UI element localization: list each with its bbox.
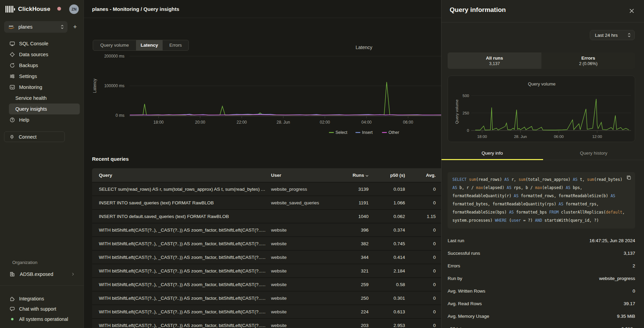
data-sources-icon <box>10 52 15 57</box>
cell-p50: 0.018 <box>373 187 410 192</box>
close-panel-button[interactable] <box>628 7 636 15</box>
cell-avg: 0 <box>410 309 440 314</box>
clickhouse-logo[interactable]: ClickHouse <box>5 4 50 14</box>
metric-tabs: Query volumeLatencyErrors <box>93 40 189 51</box>
cell-query: WITH bitShiftLeft(CAST(?..), _CAST(?..))… <box>99 282 271 287</box>
column-header-p50-s: p50 (s) <box>373 173 410 178</box>
sidebar: ClickHouse ZN aws planes + SQL ConsoleDa… <box>0 0 84 328</box>
svg-text:12:00: 12:00 <box>592 135 602 139</box>
sidebar-nav: SQL ConsoleData sourcesBackupsSettingsMo… <box>9 38 80 125</box>
cell-query: WITH bitShiftLeft(CAST(?..), _CAST(?..))… <box>99 309 271 314</box>
sidebar-item-help[interactable]: Help <box>9 114 80 125</box>
sidebar-item-settings[interactable]: Settings <box>9 71 80 82</box>
svg-text:28. Jun: 28. Jun <box>514 135 527 139</box>
cell-runs: 250 <box>332 296 373 301</box>
svg-text:Insert: Insert <box>362 130 373 135</box>
service-selector[interactable]: aws planes <box>4 21 68 33</box>
stat-row-p50-latency: p50 latency0.018s <box>448 323 635 328</box>
status-dot-icon <box>10 316 15 322</box>
cell-runs: 1191 <box>332 200 373 205</box>
svg-text:06:00: 06:00 <box>403 120 413 125</box>
column-header-user: User <box>271 173 332 178</box>
sidebar-item-data-sources[interactable]: Data sources <box>9 49 80 60</box>
cell-avg: 0 <box>410 228 440 233</box>
cell-query: WITH bitShiftLeft(CAST(?..), _CAST(?..))… <box>99 241 271 246</box>
svg-text:250: 250 <box>463 111 469 115</box>
cell-runs: 259 <box>332 282 373 287</box>
monitoring-icon <box>10 84 15 90</box>
chevron-right-icon <box>71 272 75 276</box>
tab-errors[interactable]: Errors <box>163 40 189 50</box>
settings-icon <box>10 74 15 79</box>
cell-avg: 0 <box>410 268 440 274</box>
cell-avg: 0 <box>410 200 440 205</box>
panel-title: Query information <box>450 6 506 14</box>
sidebar-item-chat-with-support[interactable]: Chat with support <box>9 304 80 314</box>
sidebar-item-sql-console[interactable]: SQL Console <box>9 38 80 49</box>
runs-errors-toggle: All runs 3,137 Errors 2 (0.06%) <box>448 52 635 69</box>
help-icon <box>10 117 15 123</box>
svg-text:18:00: 18:00 <box>153 120 164 125</box>
organization-section-label: Organization <box>12 260 38 265</box>
cell-p50: 0.301 <box>373 296 410 301</box>
cell-query: WITH bitShiftLeft(CAST(?..), _CAST(?..))… <box>99 296 271 301</box>
cell-avg: 0 <box>410 241 440 246</box>
cell-user: website <box>271 255 332 260</box>
svg-text:200000 ms: 200000 ms <box>104 54 124 59</box>
stat-row-avg-memory-usage: Avg. Memory Usage9.35 MiB <box>448 310 635 323</box>
sidebar-item-service-health[interactable]: Service health <box>9 93 80 104</box>
cell-p50: 0.745 <box>373 241 410 246</box>
cell-query: WITH bitShiftLeft(CAST(?..), _CAST(?..))… <box>99 268 271 274</box>
console-icon <box>10 41 15 46</box>
cell-avg: 0 <box>410 282 440 287</box>
svg-text:aws: aws <box>9 25 13 27</box>
sql-code-block: SELECT sum(read_rows) AS r, sum(total_ro… <box>448 172 635 229</box>
service-name: planes <box>18 24 60 30</box>
svg-text:500: 500 <box>463 94 469 98</box>
organization-item[interactable]: ADSB.exposed <box>9 269 75 279</box>
cell-query: SELECT sum(read_rows) AS r, sum(total_ro… <box>99 187 271 192</box>
sidebar-item-monitoring[interactable]: Monitoring <box>9 82 80 93</box>
cell-p50: 2.184 <box>373 268 410 274</box>
stat-row-avg-written-rows: Avg. Written Rows0 <box>448 285 635 297</box>
svg-text:06:00: 06:00 <box>554 135 564 139</box>
cell-user: website <box>271 296 332 301</box>
cell-runs: 321 <box>332 268 373 274</box>
svg-text:Select: Select <box>335 130 347 135</box>
column-header-query: Query <box>99 173 271 178</box>
sidebar-item-integrations[interactable]: Integrations <box>9 294 80 304</box>
breadcrumb: planes - Monitoring / Query insights <box>92 0 179 18</box>
backups-icon <box>10 63 15 68</box>
panel-tab-query-history[interactable]: Query history <box>543 149 644 160</box>
sidebar-item-backups[interactable]: Backups <box>9 60 80 71</box>
time-range-select[interactable]: Last 24 hrs <box>590 30 635 40</box>
all-runs-toggle[interactable]: All runs 3,137 <box>448 52 541 69</box>
copy-button[interactable] <box>626 175 632 181</box>
column-header-runs[interactable]: Runs <box>332 173 373 178</box>
cell-p50: 0.374 <box>373 228 410 233</box>
cell-user: website <box>271 282 332 287</box>
connect-button[interactable]: Connect <box>4 131 65 142</box>
stat-row-avg-read-rows: Avg. Read Rows39.17 <box>448 297 635 310</box>
cell-query: WITH bitShiftLeft(CAST(?..), _CAST(?..))… <box>99 323 271 328</box>
svg-text:02:00: 02:00 <box>320 120 330 125</box>
tab-query-volume[interactable]: Query volume <box>93 40 136 50</box>
errors-toggle[interactable]: Errors 2 (0.06%) <box>541 52 635 69</box>
tab-latency[interactable]: Latency <box>136 40 163 50</box>
cell-query: INSERT INTO saved_queries (text) FORMAT … <box>99 200 271 205</box>
query-stats: Last run16:47:25, Jun 28 2024Successful … <box>448 234 635 328</box>
sidebar-item-query-insights[interactable]: Query insights <box>9 104 80 114</box>
cell-query: INSERT INTO default.saved_queries (text)… <box>99 214 271 219</box>
avatar[interactable]: ZN <box>69 4 79 14</box>
svg-text:0: 0 <box>467 128 469 132</box>
panel-tab-query-info[interactable]: Query info <box>441 149 543 160</box>
svg-text:18:00: 18:00 <box>477 135 487 139</box>
cell-avg: 0 <box>410 255 440 260</box>
cell-user: website <box>271 228 332 233</box>
organization-name: ADSB.exposed <box>20 271 71 277</box>
sidebar-item-all-systems-operational[interactable]: All systems operational <box>9 314 80 324</box>
add-service-button[interactable]: + <box>70 22 80 32</box>
cell-avg: 0 <box>410 296 440 301</box>
svg-text:Other: Other <box>389 130 399 135</box>
svg-text:28. Jun: 28. Jun <box>276 120 290 125</box>
